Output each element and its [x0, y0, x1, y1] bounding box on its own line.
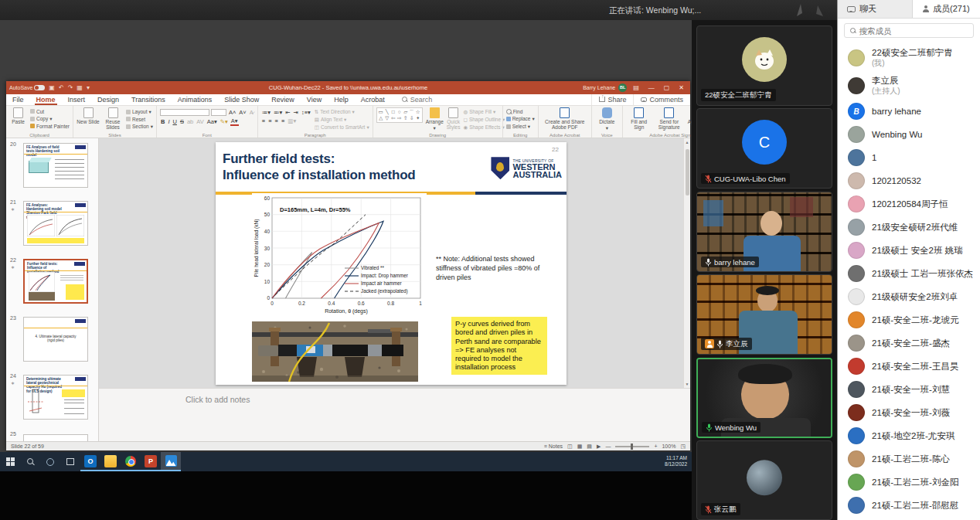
task-view-button[interactable] [60, 452, 80, 471]
taskbar-active-app[interactable] [161, 452, 181, 471]
change-case-button[interactable]: Aa▾ [206, 118, 218, 125]
cut-button[interactable]: Cut [30, 109, 70, 114]
tab-review[interactable]: Review [265, 94, 301, 105]
member-list-item[interactable]: 21级安全硕研2班代维 [838, 216, 980, 239]
bold-button[interactable]: B [160, 118, 165, 125]
numbering-button[interactable]: ≕▾ [273, 109, 283, 116]
layout-button[interactable]: Layout ▾ [126, 109, 153, 115]
tab-slide-show[interactable]: Slide Show [218, 94, 265, 105]
autosave-toggle[interactable]: AutoSave [9, 85, 45, 90]
slide-scrollbar[interactable]: ▲ ▼ [683, 138, 690, 388]
align-text-button[interactable]: ▤ Align Text ▾ [315, 117, 369, 123]
account-name[interactable]: Barry Lehane [583, 85, 615, 90]
video-tile[interactable]: 李立辰 [696, 274, 832, 355]
member-list-item[interactable]: 21硕-工岩二班-陈心 [838, 447, 980, 471]
slide-thumbnail-23[interactable]: 4. Ultimate lateral capacity (rigid pile… [23, 317, 88, 362]
tab-members[interactable]: 成员(271) [913, 0, 980, 18]
member-list-item[interactable]: Wenbing Wu [838, 123, 980, 146]
member-list-item[interactable]: 21级硕研安全2班刘卓 [838, 285, 980, 308]
shape-gallery[interactable]: ▭╲□○▱⌒☆ △▽⇦⇨⇧⇩✦ [376, 107, 423, 123]
ribbon-options-icon[interactable]: ▤ [630, 84, 642, 91]
share-button[interactable]: Share [591, 94, 633, 105]
minimize-button[interactable]: — [645, 84, 658, 91]
member-list-item[interactable]: 21硕-安全二班-王昌昊 [838, 355, 980, 378]
reset-button[interactable]: Reset [126, 117, 153, 122]
arrange-button[interactable]: Arrange ▾ [426, 107, 444, 131]
member-search-input[interactable] [859, 26, 968, 36]
slideshow-button[interactable]: ▶ [597, 444, 601, 450]
fill-and-sign-button[interactable]: Fill and Sign [626, 107, 652, 130]
comments-button[interactable]: Comments [633, 94, 690, 105]
strikethrough-button[interactable]: S [179, 118, 185, 125]
shape-effects-button[interactable]: ◉ Shape Effects ▾ [463, 124, 505, 131]
video-tile[interactable]: C CUG-UWA-Libo Chen [696, 108, 832, 189]
video-tile[interactable]: 张云鹏 [696, 440, 832, 520]
format-painter-button[interactable]: Format Painter [30, 124, 70, 129]
video-tile[interactable]: barry lehane [696, 192, 832, 272]
quick-styles-button[interactable]: Quick Styles [447, 107, 461, 130]
font-color-button[interactable]: A▾ [230, 117, 239, 126]
align-left-button[interactable]: ≡ [261, 117, 266, 124]
tab-help[interactable]: Help [328, 94, 355, 105]
video-tile[interactable]: 22硕安全二班郁宁胄 [696, 25, 832, 106]
member-list-item[interactable]: 21硕-安全二班-龙琥元 [838, 308, 980, 331]
member-list-item[interactable]: 21硕-地空2班-尤安琪 [838, 424, 980, 447]
dictate-button[interactable]: Dictate ▾ [595, 107, 619, 131]
send-for-signature-button[interactable]: Send for Signature [655, 107, 683, 130]
quick-access-dropdown-icon[interactable]: ▾ [87, 84, 90, 91]
paste-button[interactable]: Paste [9, 107, 27, 124]
cortana-button[interactable] [40, 452, 60, 471]
zoom-in-button[interactable]: + [654, 444, 657, 449]
line-spacing-button[interactable]: ↕≡▾ [301, 109, 311, 116]
slide[interactable]: 22 Further field tests: Influence of ins… [216, 142, 567, 385]
font-name-box[interactable] [160, 109, 209, 116]
member-list-item[interactable]: Bbarry lehane [838, 100, 980, 123]
replace-button[interactable]: Replace ▾ [506, 116, 535, 122]
zoom-slider[interactable] [615, 446, 649, 447]
undo-icon[interactable]: ↶ [59, 84, 64, 91]
create-share-pdf-button[interactable]: Create and Share Adobe PDF [542, 107, 588, 130]
member-list-item[interactable]: 李立辰(主持人) [838, 72, 980, 100]
smartart-button[interactable]: ◫ Convert to SmartArt ▾ [315, 124, 369, 131]
taskbar-outlook[interactable]: O [80, 452, 100, 471]
reuse-slides-button[interactable]: Reuse Slides [103, 107, 123, 130]
slide-thumbnail-25[interactable] [23, 434, 88, 441]
tab-animations[interactable]: Animations [172, 94, 219, 105]
taskbar-powerpoint[interactable]: P [141, 452, 161, 471]
shrink-font-button[interactable]: A˅ [238, 109, 247, 116]
align-center-button[interactable]: ≡ [267, 117, 272, 124]
taskbar-explorer[interactable] [100, 452, 121, 471]
close-button[interactable]: ✕ [675, 84, 687, 91]
taskbar-search-button[interactable] [20, 452, 40, 471]
underline-button[interactable]: U [172, 118, 177, 125]
tab-design[interactable]: Design [91, 94, 125, 105]
member-list-item[interactable]: 21硕-工岩二班-刘金阳 [838, 471, 980, 494]
shape-fill-button[interactable]: ◍ Shape Fill ▾ [463, 109, 505, 115]
video-tile-speaking[interactable]: Wenbing Wu [696, 358, 832, 438]
fit-slide-button[interactable]: ◳ [680, 444, 686, 450]
tab-view[interactable]: View [301, 94, 328, 105]
member-list-item[interactable]: 1202120532 [838, 169, 980, 192]
member-list-item[interactable]: 21级硕士 安全2班 姚瑞 [838, 239, 980, 262]
copy-button[interactable]: Copy ▾ [30, 116, 70, 122]
slide-thumbnail-21[interactable]: FE Analyses: Hardening soil model Shento… [23, 201, 88, 246]
save-icon[interactable]: ▣ [49, 84, 55, 91]
bullets-button[interactable]: ≔▾ [261, 109, 271, 116]
redo-icon[interactable]: ↷ [68, 84, 73, 91]
member-search[interactable] [844, 23, 974, 38]
align-right-button[interactable]: ≡ [274, 117, 279, 124]
account-avatar[interactable]: BL [618, 83, 627, 92]
member-list-item[interactable]: 21硕-安全一班-刘慧 [838, 378, 980, 401]
member-list-item[interactable]: 21硕-安全一班-刘薇 [838, 401, 980, 424]
reading-view-button[interactable]: ▤ [587, 444, 592, 450]
slide-sorter-button[interactable]: ▦ [577, 444, 583, 450]
columns-button[interactable]: ▥▾ [287, 117, 297, 124]
member-list-item[interactable]: 22硕安全二班郁宁胄(我) [838, 44, 980, 72]
slide-thumbnail-22-selected[interactable]: Further field tests: Influence of instal… [23, 259, 88, 304]
shape-outline-button[interactable]: ◻ Shape Outline ▾ [463, 117, 505, 123]
normal-view-button[interactable]: ◫ [567, 444, 573, 450]
notes-toggle[interactable]: ≡ Notes [544, 444, 563, 449]
new-slide-button[interactable]: New Slide [77, 107, 100, 124]
start-button[interactable] [0, 452, 20, 471]
slide-thumbnail-24[interactable]: Determining ultimate lateral geotechnica… [23, 375, 88, 420]
